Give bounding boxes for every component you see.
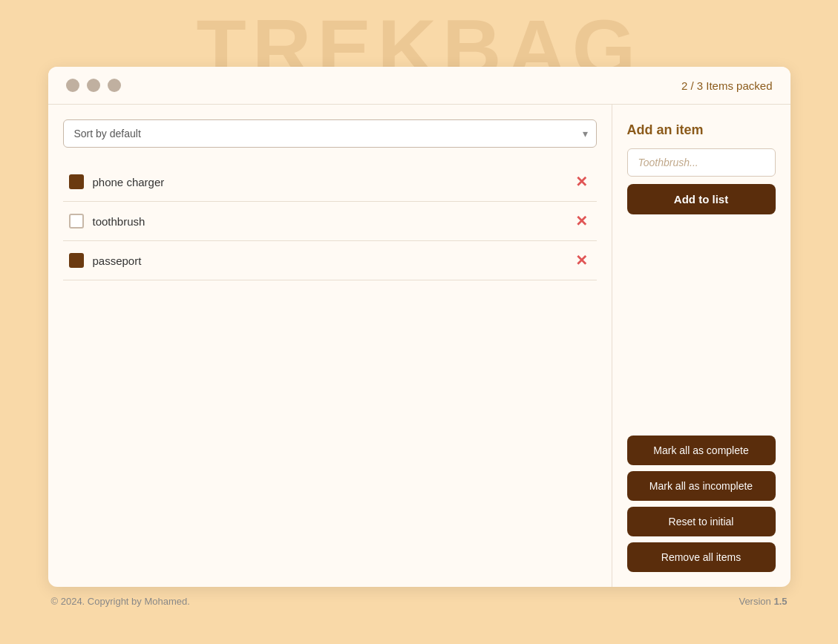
main-content: Sort by default Sort by name Sort by pac… [48, 105, 790, 587]
list-item: toothbrush ✕ [63, 202, 597, 241]
traffic-lights [66, 79, 121, 92]
traffic-light-2 [87, 79, 100, 92]
item-checkbox-1[interactable] [69, 174, 84, 189]
sort-select-wrapper: Sort by default Sort by name Sort by pac… [63, 119, 597, 148]
item-checkbox-3[interactable] [69, 253, 84, 268]
spacer [627, 220, 776, 421]
add-to-list-button[interactable]: Add to list [627, 184, 776, 214]
item-label-3: passeport [93, 254, 563, 267]
delete-button-1[interactable]: ✕ [572, 174, 591, 189]
mark-complete-button[interactable]: Mark all as complete [627, 436, 776, 465]
left-panel: Sort by default Sort by name Sort by pac… [48, 105, 612, 587]
add-item-title: Add an item [627, 122, 776, 138]
list-item: passeport ✕ [63, 241, 597, 280]
list-item: phone charger ✕ [63, 162, 597, 202]
sort-select[interactable]: Sort by default Sort by name Sort by pac… [63, 119, 597, 148]
reset-button[interactable]: Reset to initial [627, 507, 776, 536]
version-text: Version 1.5 [739, 596, 787, 607]
items-packed-label: 2 / 3 Items packed [681, 79, 773, 92]
action-buttons: Mark all as complete Mark all as incompl… [627, 436, 776, 572]
remove-all-button[interactable]: Remove all items [627, 542, 776, 572]
add-item-input[interactable] [627, 148, 776, 177]
app-container: 2 / 3 Items packed Sort by default Sort … [48, 67, 790, 587]
copyright-text: © 2024. Copyright by Mohamed. [51, 596, 190, 607]
traffic-light-3 [108, 79, 121, 92]
item-checkbox-2[interactable] [69, 214, 84, 229]
item-list: phone charger ✕ toothbrush ✕ passeport ✕ [63, 162, 597, 280]
delete-button-3[interactable]: ✕ [572, 253, 591, 268]
top-bar: 2 / 3 Items packed [48, 67, 790, 105]
mark-incomplete-button[interactable]: Mark all as incomplete [627, 471, 776, 501]
item-label-1: phone charger [93, 176, 563, 188]
item-label-2: toothbrush [93, 215, 563, 228]
delete-button-2[interactable]: ✕ [572, 214, 591, 229]
right-panel: Add an item Add to list Mark all as comp… [612, 105, 790, 587]
footer: © 2024. Copyright by Mohamed. Version 1.… [48, 587, 790, 616]
traffic-light-1 [66, 79, 79, 92]
